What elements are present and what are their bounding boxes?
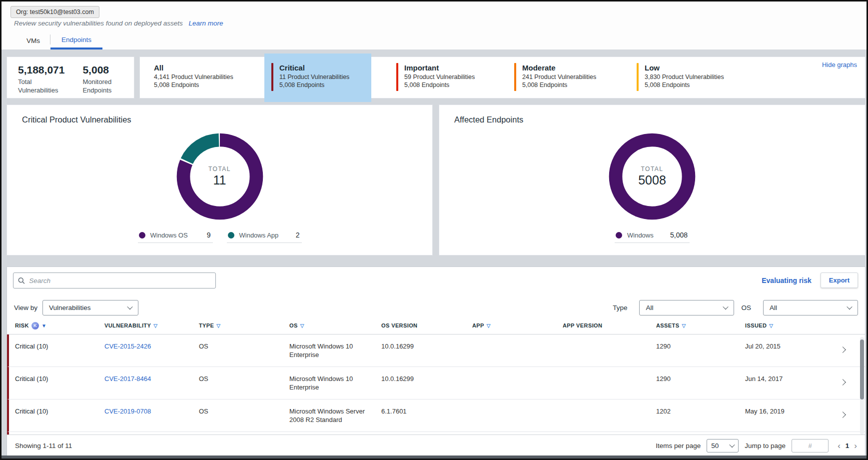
cve-link[interactable]: CVE-2015-2426 (104, 342, 151, 350)
severity-card-moderate[interactable]: Moderate 241 Product Vulnerabilities 5,0… (514, 63, 596, 91)
chart-legend: Windows 5,008 (439, 231, 865, 243)
legend-item-windows-os[interactable]: Windows OS 9 (138, 231, 213, 243)
column-header-risk[interactable]: RISK K ▼ (15, 322, 104, 330)
prev-page-icon[interactable]: ‹ (838, 442, 841, 450)
severity-filter-strip: All 4,141 Product Vulnerabilities 5,008 … (139, 56, 866, 98)
search-icon (18, 277, 25, 284)
cve-link[interactable]: CVE-2017-8464 (104, 375, 151, 382)
filter-icon[interactable]: ▽ (300, 323, 304, 328)
filter-icon[interactable]: ▽ (216, 323, 220, 328)
cell-app (472, 400, 563, 432)
column-header-issued[interactable]: ISSUED ▽ (745, 322, 820, 328)
table-row[interactable]: Critical (10) CVE-2015-2426 OS Microsoft… (7, 334, 865, 367)
current-page-number: 1 (846, 442, 850, 450)
column-header-type[interactable]: TYPE ▽ (199, 322, 289, 328)
table-row[interactable]: Critical (10) CVE-2017-8464 OS Microsoft… (7, 367, 865, 400)
view-by-label: View by (14, 304, 37, 312)
column-label: OS (289, 322, 298, 328)
legend-item-windows[interactable]: Windows 5,008 (615, 231, 690, 243)
column-label: TYPE (199, 322, 214, 328)
column-header-os[interactable]: OS ▽ (289, 322, 381, 328)
chevron-down-icon (723, 304, 729, 310)
severity-name: Low (645, 63, 724, 73)
severity-endpoints: 5,008 Endpoints (522, 81, 596, 89)
cell-app (472, 334, 563, 366)
cell-os: Microsoft Windows Server 2008 R2 Standar… (289, 400, 381, 432)
donut-svg (175, 132, 264, 221)
column-header-assets[interactable]: ASSETS ▽ (656, 322, 745, 328)
hide-graphs-link[interactable]: Hide graphs (822, 61, 857, 68)
severity-card-low[interactable]: Low 3,830 Product Vulnerabilities 5,008 … (637, 63, 724, 91)
filter-icon[interactable]: ▽ (769, 323, 773, 328)
export-button[interactable]: Export (821, 272, 858, 288)
vulnerabilities-table-card: Evaluating risk Export View by Vulnerabi… (6, 266, 866, 456)
column-label: VULNERABILITY (104, 322, 151, 328)
cell-os: Microsoft Windows 10 Enterprise (289, 367, 381, 399)
filter-icon[interactable]: ▽ (487, 323, 491, 328)
tab-endpoints[interactable]: Endpoints (50, 32, 102, 50)
endpoints-donut-chart: TOTAL 5008 (608, 132, 697, 221)
legend-dot (228, 232, 234, 238)
legend-item-windows-app[interactable]: Windows App 2 (227, 231, 302, 243)
table-footer: Showing 1-11 of 11 Items per page 50 Jum… (7, 434, 865, 456)
scrollbar-thumb[interactable] (860, 340, 864, 400)
window-bottom-edge (1, 456, 867, 458)
row-expand-chevron-icon[interactable] (840, 379, 846, 386)
items-per-page-label: Items per page (656, 442, 701, 450)
chevron-down-icon (730, 442, 735, 448)
os-filter-value: All (770, 304, 777, 312)
column-label: RISK (15, 322, 29, 328)
chevron-down-icon (847, 304, 852, 310)
cell-app-version (563, 334, 656, 366)
cve-link[interactable]: CVE-2019-0708 (104, 408, 151, 415)
sort-desc-icon[interactable]: ▼ (41, 323, 46, 328)
legend-dot (139, 232, 145, 238)
cell-os: Microsoft Windows 10 Enterprise (289, 334, 381, 366)
learn-more-link[interactable]: Learn more (188, 20, 223, 27)
chevron-down-icon (127, 304, 132, 310)
filter-icon[interactable]: ▽ (682, 323, 686, 328)
severity-vulns: 241 Product Vulnerabilities (522, 73, 596, 81)
cell-type: OS (199, 367, 289, 399)
column-header-app[interactable]: APP ▽ (472, 322, 563, 328)
type-filter-select[interactable]: All (639, 300, 734, 316)
severity-card-all[interactable]: All 4,141 Product Vulnerabilities 5,008 … (154, 63, 233, 89)
risk-score-icon: K (31, 322, 39, 330)
cell-os-version: 10.0.16299 (381, 334, 472, 366)
cell-issued: Jul 20, 2015 (745, 334, 820, 366)
jump-to-page-input[interactable] (792, 439, 829, 452)
column-label: ISSUED (745, 322, 767, 328)
summary-stats-card: 5,188,071 Total Vulnerabilities 5,008 Mo… (6, 56, 134, 98)
tab-bar: VMs Endpoints (16, 32, 102, 50)
column-label: OS VERSION (381, 322, 417, 328)
table-row[interactable]: Critical (10) CVE-2019-0708 OS Microsoft… (7, 400, 865, 432)
column-header-app-version: APP VERSION (563, 322, 656, 328)
severity-card-important[interactable]: Important 59 Product Vulnerabilities 5,0… (396, 63, 475, 91)
row-expand-chevron-icon[interactable] (840, 412, 846, 418)
view-by-select[interactable]: Vulnerabilities (42, 300, 138, 316)
legend-value: 5,008 (670, 231, 688, 239)
search-input[interactable] (29, 277, 211, 284)
severity-card-critical[interactable]: Critical 11 Product Vulnerabilities 5,00… (264, 54, 371, 102)
table-toolbar: Evaluating risk Export (7, 267, 865, 294)
table-scrollbar[interactable] (860, 337, 864, 434)
column-label: APP (472, 322, 484, 328)
type-filter-value: All (646, 304, 653, 312)
items-per-page-select[interactable]: 50 (707, 439, 739, 452)
stat-value: 5,008 (82, 64, 128, 76)
severity-name: Important (404, 63, 475, 73)
filters-right: Type All OS All (613, 300, 858, 316)
moderate-severity-bar (514, 63, 516, 91)
next-page-icon[interactable]: › (854, 442, 857, 450)
column-header-vulnerability[interactable]: VULNERABILITY ▽ (104, 322, 199, 328)
legend-value: 2 (296, 231, 300, 239)
cell-os-version: 6.1.7601 (381, 400, 472, 432)
evaluating-risk-link[interactable]: Evaluating risk (762, 276, 812, 284)
os-filter-select[interactable]: All (763, 300, 858, 316)
toolbar-right: Evaluating risk Export (762, 272, 858, 288)
cell-risk: Critical (10) (15, 400, 104, 432)
row-expand-chevron-icon[interactable] (840, 346, 846, 353)
filter-icon[interactable]: ▽ (153, 323, 157, 328)
tab-vms[interactable]: VMs (16, 32, 50, 50)
cell-issued: May 16, 2019 (745, 400, 820, 432)
